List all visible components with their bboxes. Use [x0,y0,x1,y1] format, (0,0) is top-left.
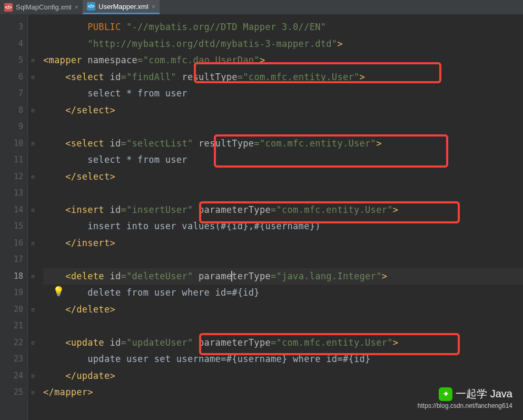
code-line: <select id="findAll" resultType="com.mfc… [43,69,523,86]
close-icon[interactable]: × [152,3,156,11]
code-line: </delete> [43,301,523,318]
fold-column: ⊟⊟⊟⊟⊟⊟⊟⊟⊟⊟⊟⊟ [27,15,38,420]
code-line: select * from user [43,152,523,169]
code-line: </select> [43,102,523,119]
close-icon[interactable]: × [75,3,79,11]
tab-sqlmapconfig[interactable]: </> SqlMapConfig.xml × [0,0,83,14]
code-line: </select> [43,169,523,185]
code-line [43,185,523,202]
xml-file-icon: </> [87,2,95,11]
code-line: <insert id="insertUser" parameterType="c… [43,202,523,219]
line-number-gutter: 345678910111213141516171819202122232425 [0,15,27,420]
code-line-current: <delete id="deleteUser" parameterType="j… [43,268,523,285]
watermark-url: https://blog.csdn.net/fancheng614 [418,402,512,409]
code-line: <select id="selectList" resultType="com.… [43,135,523,152]
code-line: insert into user values(#{id},#{username… [43,218,523,235]
code-line: update user set username=#{username} whe… [43,351,523,368]
code-line: <update id="updateUser" parameterType="c… [43,335,523,351]
code-line: delete from user where id=#{id} [43,285,523,301]
code-area[interactable]: PUBLIC "-//mybatis.org//DTD Mapper 3.0//… [38,15,523,420]
code-line [43,119,523,135]
tab-label: UserMapper.xml [98,3,149,11]
code-line: "http://mybatis.org/dtd/mybatis-3-mapper… [43,36,523,53]
watermark-title: 一起学 Java [456,387,512,401]
wechat-icon: ✦ [439,387,452,401]
code-editor[interactable]: 345678910111213141516171819202122232425 … [0,15,523,420]
code-line: </update> [43,368,523,385]
code-line: select * from user [43,85,523,102]
tab-label: SqlMapConfig.xml [16,3,72,11]
code-line: </insert> [43,235,523,252]
intention-bulb-icon[interactable]: 💡 [53,286,64,297]
code-line: PUBLIC "-//mybatis.org//DTD Mapper 3.0//… [43,19,523,36]
code-line [43,251,523,268]
code-line: <mapper namespace="com.mfc.dao.UserDao"> [43,52,523,69]
code-line [43,318,523,335]
tab-bar: </> SqlMapConfig.xml × </> UserMapper.xm… [0,0,523,15]
tab-usermapper[interactable]: </> UserMapper.xml × [83,0,160,14]
watermark: ✦ 一起学 Java https://blog.csdn.net/fanchen… [418,387,512,409]
xml-file-icon: </> [4,3,13,12]
